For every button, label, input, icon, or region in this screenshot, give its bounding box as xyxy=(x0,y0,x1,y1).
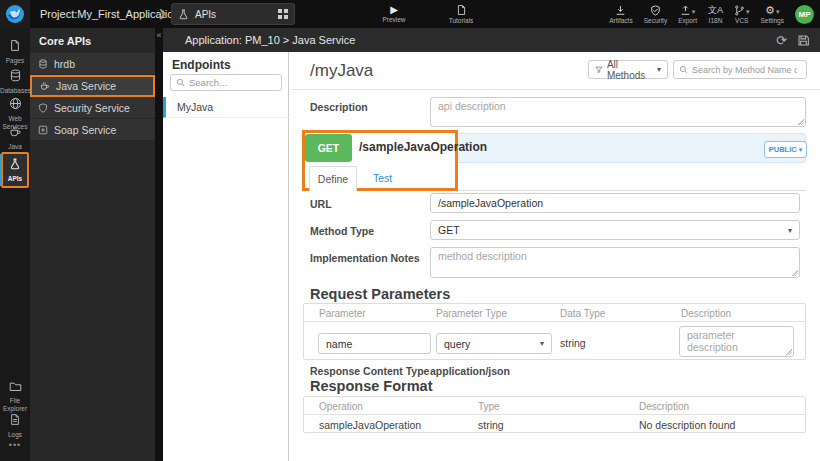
type-cell: string xyxy=(478,419,504,431)
search-icon xyxy=(176,78,185,87)
column-header: Description xyxy=(681,308,731,319)
log-file-icon xyxy=(9,413,21,426)
gear-icon: ⚙ xyxy=(765,5,775,16)
settings-button[interactable]: ⚙ ▾ Settings xyxy=(761,0,785,28)
filter-funnel-icon xyxy=(595,65,603,74)
header-divider xyxy=(291,89,820,90)
more-options-button[interactable]: ••• xyxy=(0,440,30,450)
artifacts-button[interactable]: Artifacts xyxy=(609,0,632,28)
endpoints-panel: Endpoints MyJava xyxy=(163,52,289,461)
soap-icon xyxy=(38,125,48,135)
chevron-right-icon: ❯ xyxy=(158,0,166,28)
core-api-item-security-service[interactable]: Security Service xyxy=(30,97,155,119)
caret-down-icon: ▾ xyxy=(540,339,544,348)
upload-icon xyxy=(680,5,691,16)
description-cell: No description found xyxy=(639,419,735,431)
data-type-value: string xyxy=(560,337,586,349)
resize-handle[interactable] xyxy=(797,118,804,125)
play-icon: ▶ xyxy=(390,5,398,15)
i18n-icon: 文A xyxy=(708,5,723,16)
column-header: Description xyxy=(639,401,689,412)
database-icon xyxy=(9,69,22,82)
user-avatar[interactable]: MP xyxy=(795,5,814,24)
pages-doc-icon xyxy=(9,39,21,52)
response-content-type-label: Response Content Type xyxy=(310,365,429,377)
description-textarea[interactable] xyxy=(430,97,806,127)
i18n-button[interactable]: 文A I18N xyxy=(708,0,723,28)
vcs-button[interactable]: ▾ VCS xyxy=(734,0,750,28)
endpoints-search xyxy=(170,74,282,91)
shield-icon xyxy=(38,103,48,113)
request-parameters-table: Parameter Parameter Type Data Type Descr… xyxy=(303,303,806,360)
core-apis-panel: Core APIs hrdb Java Service Security Ser… xyxy=(30,28,155,461)
tab-define[interactable]: Define xyxy=(309,166,357,191)
resize-handle[interactable] xyxy=(785,348,792,355)
coffee-cup-icon xyxy=(40,81,50,91)
sidebar-item-databases[interactable]: Databases xyxy=(0,68,30,95)
api-flask-icon xyxy=(9,158,21,170)
description-label: Description xyxy=(310,101,368,113)
security-button[interactable]: Security xyxy=(644,0,667,28)
sidebar-item-file-explorer[interactable]: File Explorer xyxy=(0,378,30,412)
url-input[interactable] xyxy=(430,193,800,213)
parameter-description-textarea[interactable] xyxy=(679,326,794,357)
globe-icon xyxy=(9,97,22,110)
visibility-dropdown[interactable]: PUBLIC ▾ xyxy=(764,141,807,158)
app-logo[interactable] xyxy=(0,0,30,28)
core-api-item-java-service[interactable]: Java Service xyxy=(30,75,155,97)
methods-filter-dropdown[interactable]: All Methods ▾ xyxy=(588,60,668,79)
refresh-icon[interactable]: ⟳ xyxy=(776,34,787,47)
table-header-divider xyxy=(304,414,805,415)
method-search xyxy=(673,60,807,79)
response-content-type-value: application/json xyxy=(430,365,510,377)
shield-icon xyxy=(650,5,661,16)
parameter-type-select[interactable]: query ▾ xyxy=(436,333,552,354)
grid-view-icon[interactable] xyxy=(278,9,288,19)
resize-handle[interactable] xyxy=(791,269,798,276)
method-type-select[interactable]: GET ▾ xyxy=(430,220,800,240)
url-label: URL xyxy=(310,198,332,210)
operation-path: /sampleJavaOperation xyxy=(359,140,487,154)
tab-apis[interactable]: APIs xyxy=(171,3,295,25)
breadcrumb: Application: PM_10 > Java Service xyxy=(185,34,355,46)
implementation-notes-textarea[interactable] xyxy=(430,247,800,278)
coffee-cup-icon xyxy=(9,125,22,138)
tutorials-button[interactable]: Tutorials xyxy=(441,0,481,28)
wavemaker-logo-icon xyxy=(5,4,25,24)
sidebar-item-pages[interactable]: Pages xyxy=(0,38,30,65)
response-format-heading: Response Format xyxy=(310,378,432,394)
http-method-badge: GET xyxy=(305,134,352,162)
request-parameters-heading: Request Parameters xyxy=(310,286,450,302)
tab-test[interactable]: Test xyxy=(373,172,392,184)
core-api-item-hrdb[interactable]: hrdb xyxy=(30,53,155,75)
column-header: Parameter xyxy=(319,308,366,319)
sidebar-item-apis[interactable]: APIs xyxy=(1,152,29,188)
tutorials-doc-icon xyxy=(456,4,467,16)
topbar-right-actions: Artifacts Security ▾ Export 文A I18N xyxy=(609,0,814,28)
sidebar-item-logs[interactable]: Logs xyxy=(0,412,30,439)
branch-icon xyxy=(734,5,745,16)
api-title: /myJava xyxy=(310,61,373,81)
caret-down-icon: ▾ xyxy=(657,65,661,74)
save-icon[interactable] xyxy=(797,34,810,47)
endpoints-search-input[interactable] xyxy=(189,77,269,88)
collapse-panel-icon[interactable]: « xyxy=(154,30,164,40)
caret-down-icon: ▾ xyxy=(776,8,780,16)
core-api-item-soap-service[interactable]: Soap Service xyxy=(30,119,155,141)
parameter-name-input[interactable] xyxy=(318,333,431,354)
export-button[interactable]: ▾ Export xyxy=(678,0,697,28)
endpoint-item-myjava[interactable]: MyJava xyxy=(163,97,289,118)
column-header: Parameter Type xyxy=(436,308,507,319)
response-format-table: Operation Type Description sampleJavaOpe… xyxy=(303,396,806,433)
operation-cell: sampleJavaOperation xyxy=(319,419,421,431)
preview-button[interactable]: ▶ Preview xyxy=(376,0,412,28)
column-header: Data Type xyxy=(560,308,605,319)
column-header: Type xyxy=(478,401,500,412)
breadcrumb-actions: ⟳ xyxy=(776,34,810,47)
left-icon-rail: Pages Databases Web Services Java Servic… xyxy=(0,28,30,461)
table-header-divider xyxy=(304,321,805,322)
method-search-input[interactable] xyxy=(692,65,797,75)
search-icon xyxy=(679,65,688,74)
caret-down-icon: ▾ xyxy=(799,146,803,154)
top-bar: Project:My_First_Application ❯ APIs ▶ Pr… xyxy=(0,0,820,28)
